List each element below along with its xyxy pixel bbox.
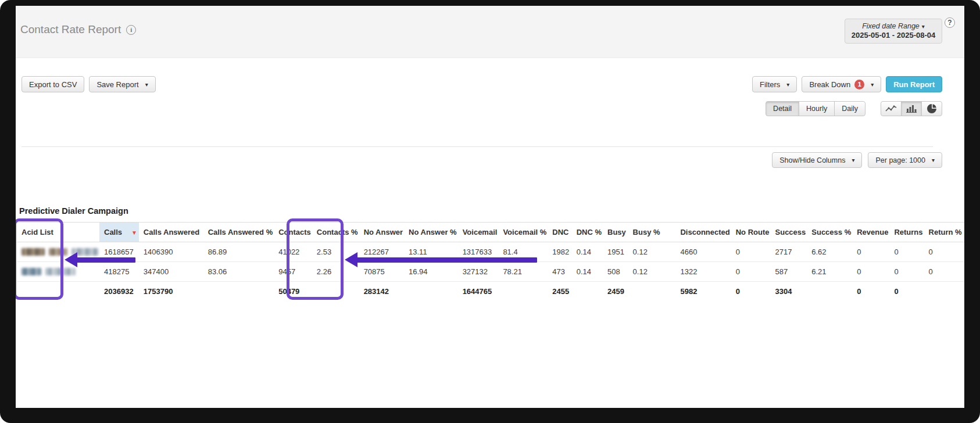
column-header-no-route[interactable]: No Route: [731, 223, 771, 242]
column-header-voicemail[interactable]: Voicemail %: [498, 223, 548, 242]
table-cell: 1982: [548, 242, 571, 262]
run-report-button[interactable]: Run Report: [886, 76, 942, 92]
table-cell: 4660: [675, 242, 731, 262]
column-header-voicemail[interactable]: Voicemail: [458, 223, 499, 242]
tab-hourly[interactable]: Hourly: [799, 101, 835, 116]
column-header-success[interactable]: Success: [771, 223, 807, 242]
table-cell: 83.06: [203, 262, 274, 282]
column-header-dnc[interactable]: DNC: [548, 223, 571, 242]
table-row: 1618657140639086.89410222.5321226713.111…: [17, 242, 964, 262]
per-page-button[interactable]: Per page: 1000 ▾: [868, 152, 942, 168]
save-report-button[interactable]: Save Report ▾: [89, 76, 155, 92]
table-row: 41827534740083.0694572.267087516.9432713…: [17, 262, 964, 282]
horizontal-divider: [22, 146, 933, 147]
table-cell: 16.94: [404, 262, 458, 282]
totals-cell: 50479: [274, 282, 312, 302]
table-cell: 1618657: [99, 242, 139, 262]
table-cell: 78.21: [498, 262, 548, 282]
filters-button[interactable]: Filters ▾: [752, 76, 797, 92]
table-cell: 0: [731, 242, 771, 262]
table-cell: 0.12: [628, 262, 676, 282]
table-cell: 0.14: [572, 262, 603, 282]
break-down-button[interactable]: Break Down 1 ▾: [802, 76, 881, 92]
help-icon[interactable]: ?: [945, 17, 955, 28]
chart-type-group: [881, 101, 942, 116]
tab-daily[interactable]: Daily: [834, 101, 865, 116]
table-cell: 1406390: [139, 242, 203, 262]
campaign-section-title: Predictive Dialer Campaign: [19, 206, 128, 216]
table-cell: 9457: [274, 262, 312, 282]
table-cell: 0.12: [628, 242, 676, 262]
view-options-row: DetailHourlyDaily: [766, 101, 942, 116]
column-header-success[interactable]: Success %: [807, 223, 852, 242]
table-cell: 0: [889, 242, 924, 262]
table-cell: 0: [924, 262, 964, 282]
table-cell: 473: [548, 262, 571, 282]
view-toggle-group: DetailHourlyDaily: [766, 101, 865, 116]
totals-cell: [203, 282, 274, 302]
table-cell: 0: [852, 262, 889, 282]
column-header-acid-list[interactable]: Acid List: [17, 223, 99, 242]
caret-down-icon: ▾: [145, 81, 148, 88]
column-header-calls-answered[interactable]: Calls Answered: [139, 223, 203, 242]
caret-down-icon: ▾: [871, 81, 874, 88]
totals-cell: [572, 282, 603, 302]
column-header-returns[interactable]: Returns: [889, 223, 924, 242]
table-cell: 587: [771, 262, 807, 282]
column-header-contacts[interactable]: Contacts: [274, 223, 312, 242]
date-range-value: 2025-05-01 - 2025-08-04: [845, 31, 942, 40]
totals-cell: 2459: [603, 282, 628, 302]
acid-list-redacted-cell: [17, 262, 99, 282]
table-cell: 508: [603, 262, 628, 282]
table-cell: 6.21: [807, 262, 852, 282]
column-header-busy[interactable]: Busy %: [628, 223, 676, 242]
table-header-row: Acid ListCalls▼Calls AnsweredCalls Answe…: [17, 223, 964, 242]
table-cell: 212267: [359, 242, 404, 262]
line-chart-icon: [885, 105, 897, 113]
column-header-calls[interactable]: Calls▼: [99, 223, 139, 242]
show-hide-columns-button[interactable]: Show/Hide Columns ▾: [772, 152, 862, 168]
pie-chart-button[interactable]: [921, 101, 942, 116]
table-cell: 2.53: [312, 242, 359, 262]
column-header-calls-answered[interactable]: Calls Answered %: [203, 223, 274, 242]
break-down-count-badge: 1: [854, 80, 864, 89]
left-toolbar: Export to CSV Save Report ▾: [22, 76, 156, 92]
column-header-return[interactable]: Return %: [924, 223, 964, 242]
right-toolbar: Filters ▾ Break Down 1 ▾ Run Report: [752, 76, 942, 92]
table-cell: 418275: [99, 262, 139, 282]
redacted-list-name: [22, 268, 98, 275]
totals-row: 2036932175379050479283142164476524552459…: [17, 282, 964, 302]
column-header-contacts[interactable]: Contacts %: [312, 223, 359, 242]
totals-cell: 0: [731, 282, 771, 302]
line-chart-button[interactable]: [881, 101, 902, 116]
column-header-no-answer[interactable]: No Answer %: [404, 223, 458, 242]
table-cell: 2717: [771, 242, 807, 262]
date-range-selector[interactable]: Fixed date Range▾ 2025-05-01 - 2025-08-0…: [845, 19, 942, 44]
sort-desc-icon: ▼: [131, 230, 137, 236]
table-cell: 6.62: [807, 242, 852, 262]
redacted-list-name: [22, 248, 98, 256]
table-cell: 0: [852, 242, 889, 262]
info-icon[interactable]: i: [126, 25, 136, 35]
page-title-text: Contact Rate Report: [20, 23, 121, 36]
report-page: Contact Rate Report i Fixed date Range▾ …: [16, 6, 964, 408]
table-cell: 327132: [458, 262, 499, 282]
column-header-dnc[interactable]: DNC %: [572, 223, 603, 242]
totals-cell: 0: [852, 282, 889, 302]
totals-cell: 283142: [359, 282, 404, 302]
column-header-disconnected[interactable]: Disconnected: [675, 223, 731, 242]
column-header-busy[interactable]: Busy: [603, 223, 628, 242]
page-header-band: [16, 6, 964, 58]
table-cell: 347400: [139, 262, 203, 282]
tab-detail[interactable]: Detail: [766, 101, 799, 116]
column-header-no-answer[interactable]: No Answer: [359, 223, 404, 242]
totals-cell: [924, 282, 964, 302]
caret-down-icon: ▾: [852, 157, 854, 163]
table-cell: 1317633: [458, 242, 499, 262]
table-cell: 0: [889, 262, 924, 282]
totals-cell: [17, 282, 99, 302]
bar-chart-button[interactable]: [901, 101, 922, 116]
column-header-revenue[interactable]: Revenue: [852, 223, 889, 242]
totals-cell: 5982: [675, 282, 731, 302]
export-csv-button[interactable]: Export to CSV: [22, 76, 84, 92]
